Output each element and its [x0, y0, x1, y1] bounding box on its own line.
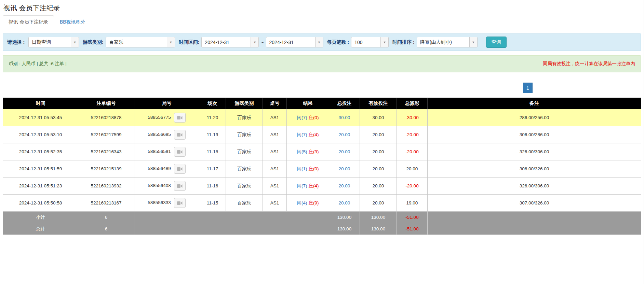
result-player: 闲(4) [297, 200, 307, 205]
subtotal-label: 小计 [3, 212, 78, 223]
cell-total-bet[interactable]: 20.00 [329, 126, 360, 143]
subtotal-empty-mid [199, 212, 329, 223]
video-replay-button[interactable] [174, 181, 186, 191]
cell-round-id: 588556591 [134, 143, 199, 160]
table-row: 2024-12-31 05:50:58 522160213167 5885563… [3, 195, 641, 212]
table-row: 2024-12-31 05:53:45 522160218878 5885567… [3, 109, 641, 126]
col-result: 结果 [287, 98, 329, 109]
chevron-down-icon[interactable]: ▼ [469, 37, 477, 47]
result-banker: 庄(3) [308, 149, 319, 154]
cell-valid-bet: 20.00 [360, 178, 397, 195]
cell-round-id: 588556775 [134, 109, 199, 126]
subtotal-valid-bet: 130.00 [360, 212, 397, 223]
result-player: 闲(7) [297, 132, 307, 137]
chevron-down-icon[interactable]: ▼ [315, 37, 323, 47]
cell-result: 闲(4) 庄(9) [287, 195, 329, 212]
cell-game-type: 百家乐 [226, 160, 263, 178]
cell-remark: 286.00/256.00 [428, 109, 641, 126]
subtotal-empty-remark [428, 212, 641, 223]
video-replay-button[interactable] [174, 198, 186, 208]
chevron-down-icon[interactable]: ▼ [71, 37, 79, 47]
tab-bb-video-points[interactable]: BB视讯积分 [54, 15, 91, 29]
cell-total-bet[interactable]: 20.00 [329, 143, 360, 160]
round-id-text: 588556408 [148, 183, 171, 188]
grand-total-total-bet: 130.00 [329, 223, 360, 235]
cell-payout: -20.00 [397, 143, 428, 160]
cell-total-bet[interactable]: 20.00 [329, 195, 360, 212]
range-separator: ~ [261, 40, 264, 45]
col-round-id: 局号 [134, 98, 199, 109]
cell-time: 2024-12-31 05:53:10 [3, 126, 78, 143]
cell-result: 闲(7) 庄(4) [287, 126, 329, 143]
video-camera-icon [177, 167, 183, 171]
query-type-select[interactable]: 日期查询 ▼ [28, 37, 79, 47]
result-banker: 庄(0) [308, 166, 319, 171]
tab-betting-records[interactable]: 视讯 会员下注纪录 [3, 15, 54, 29]
col-session: 场次 [199, 98, 226, 109]
round-id-text: 588556489 [148, 166, 171, 171]
cell-session: 11-19 [199, 126, 226, 143]
table-row: 2024-12-31 05:51:23 522160213932 5885564… [3, 178, 641, 195]
cell-total-bet[interactable]: 30.00 [329, 109, 360, 126]
video-camera-icon [177, 150, 183, 154]
notice-text: 同局有效投注，统一计算在该局第一张注单内 [543, 61, 635, 67]
date-to-input[interactable]: 2024-12-31 ▼ [266, 37, 323, 47]
cell-session: 11-15 [199, 195, 226, 212]
result-player: 闲(7) [297, 115, 307, 120]
cell-round-id: 588556695 [134, 126, 199, 143]
cell-round-id: 588556489 [134, 160, 199, 178]
cell-bet-id: 522160213932 [78, 178, 134, 195]
cell-remark: 326.00/306.00 [428, 143, 641, 160]
result-banker: 庄(0) [308, 115, 319, 120]
cell-result: 闲(5) 庄(3) [287, 143, 329, 160]
cell-table-no: AS1 [263, 109, 287, 126]
col-time: 时间 [3, 98, 78, 109]
cell-bet-id: 522160216343 [78, 143, 134, 160]
cell-total-bet[interactable]: 20.00 [329, 178, 360, 195]
page-size-value: 100 [351, 37, 380, 47]
table-row: 2024-12-31 05:53:10 522160217599 5885566… [3, 126, 641, 143]
pagination: 1 [3, 83, 641, 93]
bottom-divider [0, 242, 644, 242]
filter-bar: 请选择： 日期查询 ▼ 游戏类别: 百家乐 ▼ 时间区间: 2024-12-31… [3, 33, 641, 51]
subtotal-count: 6 [78, 212, 134, 223]
summary-bar: 币别 : 人民币 | 总共 :6 注单 | 同局有效投注，统一计算在该局第一张注… [3, 55, 641, 72]
chevron-down-icon[interactable]: ▼ [380, 37, 388, 47]
video-replay-button[interactable] [174, 113, 186, 123]
search-button[interactable]: 查询 [486, 37, 507, 48]
round-id-text: 588556695 [148, 132, 171, 137]
col-bet-id: 注单编号 [78, 98, 134, 109]
subtotal-payout: -51.00 [397, 212, 428, 223]
cell-valid-bet: 20.00 [360, 143, 397, 160]
chevron-down-icon[interactable]: ▼ [167, 37, 175, 47]
cell-game-type: 百家乐 [226, 143, 263, 160]
query-type-value: 日期查询 [29, 37, 71, 47]
cell-time: 2024-12-31 05:53:45 [3, 109, 78, 126]
video-camera-icon [177, 201, 183, 205]
page-size-group: 每页笔数 : 100 ▼ [327, 37, 389, 47]
cell-payout: -20.00 [397, 126, 428, 143]
round-id-text: 588556591 [148, 149, 171, 154]
video-replay-button[interactable] [174, 147, 186, 157]
video-replay-button[interactable] [174, 164, 186, 174]
sort-select[interactable]: 降幂(由大到小) ▼ [417, 37, 478, 47]
subtotal-total-bet: 130.00 [329, 212, 360, 223]
page-size-select[interactable]: 100 ▼ [351, 37, 389, 47]
cell-round-id: 588556333 [134, 195, 199, 212]
cell-result: 闲(1) 庄(0) [287, 160, 329, 178]
chevron-down-icon[interactable]: ▼ [251, 37, 258, 47]
video-camera-icon [177, 184, 183, 188]
cell-total-bet[interactable]: 20.00 [329, 160, 360, 178]
video-replay-button[interactable] [174, 130, 186, 140]
page-1-button[interactable]: 1 [523, 83, 533, 93]
result-player: 闲(1) [297, 166, 307, 171]
cell-payout: 20.00 [397, 160, 428, 178]
grand-total-empty-mid [199, 223, 329, 235]
cell-bet-id: 522160218878 [78, 109, 134, 126]
grand-total-row: 总计 6 130.00 130.00 -51.00 [3, 223, 641, 235]
page-title: 视讯 会员下注纪录 [0, 0, 644, 14]
cell-time: 2024-12-31 05:51:23 [3, 178, 78, 195]
game-type-select[interactable]: 百家乐 ▼ [106, 37, 175, 47]
date-from-input[interactable]: 2024-12-31 ▼ [201, 37, 259, 47]
cell-bet-id: 522160215139 [78, 160, 134, 178]
